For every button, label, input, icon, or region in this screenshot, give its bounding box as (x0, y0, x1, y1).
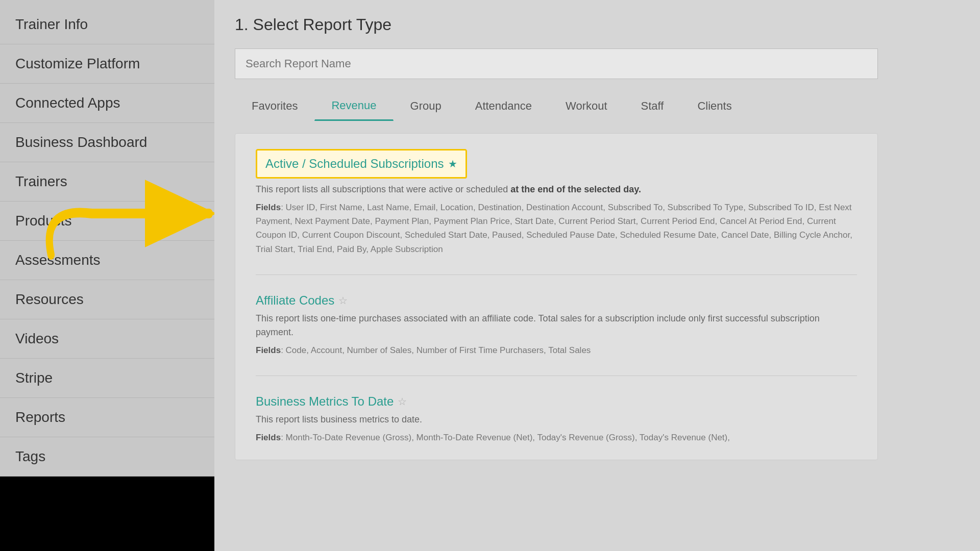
report-title-active-scheduled[interactable]: Active / Scheduled Subscriptions★ (256, 149, 467, 179)
sidebar-item-tags[interactable]: Tags (0, 437, 214, 477)
sidebar-item-trainers[interactable]: Trainers (0, 162, 214, 202)
tab-group[interactable]: Group (394, 91, 458, 121)
main-content: 1. Select Report Type FavoritesRevenueGr… (214, 0, 980, 551)
star-empty-icon[interactable]: ☆ (398, 395, 407, 408)
report-desc-business-metrics: This report lists business metrics to da… (256, 413, 857, 427)
report-title-text: Active / Scheduled Subscriptions (265, 157, 444, 171)
sidebar-item-stripe[interactable]: Stripe (0, 359, 214, 398)
report-title-text: Affiliate Codes (256, 293, 334, 308)
sidebar: Trainer InfoCustomize PlatformConnected … (0, 0, 214, 477)
sidebar-item-connected-apps[interactable]: Connected Apps (0, 84, 214, 123)
tab-clients[interactable]: Clients (680, 91, 748, 121)
tabs-container: FavoritesRevenueGroupAttendanceWorkoutSt… (235, 91, 960, 121)
sidebar-item-customize-platform[interactable]: Customize Platform (0, 44, 214, 84)
tab-revenue[interactable]: Revenue (314, 91, 393, 121)
sidebar-item-products[interactable]: Products (0, 202, 214, 241)
sidebar-item-videos[interactable]: Videos (0, 319, 214, 359)
star-filled-icon[interactable]: ★ (448, 158, 457, 170)
sidebar-item-reports[interactable]: Reports (0, 398, 214, 437)
report-title-text: Business Metrics To Date (256, 394, 394, 409)
report-desc-affiliate-codes: This report lists one-time purchases ass… (256, 312, 857, 339)
report-desc-active-scheduled: This report lists all subscriptions that… (256, 183, 857, 196)
sidebar-item-assessments[interactable]: Assessments (0, 241, 214, 280)
sidebar-item-trainer-info[interactable]: Trainer Info (0, 5, 214, 44)
report-title-business-metrics[interactable]: Business Metrics To Date☆ (256, 394, 857, 409)
report-fields-business-metrics: Fields: Month-To-Date Revenue (Gross), M… (256, 431, 857, 444)
sidebar-item-business-dashboard[interactable]: Business Dashboard (0, 123, 214, 162)
tab-attendance[interactable]: Attendance (458, 91, 549, 121)
sidebar-item-resources[interactable]: Resources (0, 280, 214, 319)
tab-favorites[interactable]: Favorites (235, 91, 314, 121)
report-fields-affiliate-codes: Fields: Code, Account, Number of Sales, … (256, 343, 857, 357)
report-item-active-scheduled: Active / Scheduled Subscriptions★This re… (256, 149, 857, 275)
report-item-business-metrics: Business Metrics To Date☆This report lis… (256, 394, 857, 444)
report-title-affiliate-codes[interactable]: Affiliate Codes☆ (256, 293, 857, 308)
report-item-affiliate-codes: Affiliate Codes☆This report lists one-ti… (256, 293, 857, 376)
page-title: 1. Select Report Type (235, 15, 960, 34)
reports-list: Active / Scheduled Subscriptions★This re… (235, 133, 878, 460)
star-empty-icon[interactable]: ☆ (338, 294, 348, 307)
search-input[interactable] (235, 48, 878, 79)
tab-staff[interactable]: Staff (624, 91, 681, 121)
tab-workout[interactable]: Workout (549, 91, 624, 121)
report-fields-active-scheduled: Fields: User ID, First Name, Last Name, … (256, 201, 857, 256)
